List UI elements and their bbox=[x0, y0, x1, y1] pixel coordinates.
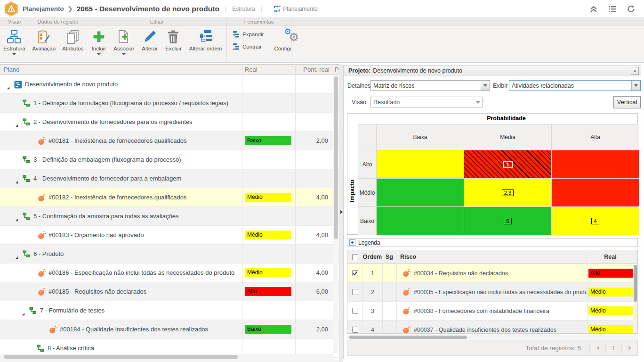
matrix-count-badge: 5 bbox=[504, 218, 511, 224]
column-header-pont-real[interactable]: Pont. real bbox=[295, 65, 330, 75]
ribbon-toolbar: Visão Estrutura Dados do bbox=[0, 18, 644, 63]
dropdown-caret-icon bbox=[97, 53, 101, 55]
risk-table-row[interactable]: 1#00034 - Requisitos não declaradosAlto bbox=[347, 264, 638, 283]
tree-expand-arrow-icon[interactable] bbox=[15, 218, 18, 222]
matrix-cell[interactable] bbox=[377, 207, 464, 235]
breadcrumb-module[interactable]: Planejamento bbox=[23, 5, 64, 12]
incluir-button[interactable]: Incluir bbox=[90, 28, 108, 55]
tree-row[interactable]: #00184 - Qualidade insuficientes dos tes… bbox=[0, 320, 339, 339]
real-cell: Médio bbox=[587, 283, 634, 301]
tree-row[interactable]: 4 - Desenvolvimento de fornecedor para a… bbox=[0, 169, 339, 188]
column-header-sg[interactable]: Sg bbox=[382, 250, 396, 264]
risk-table-horizontal-scrollbar[interactable] bbox=[347, 335, 638, 340]
scrollbar-thumb[interactable] bbox=[4, 355, 238, 359]
legend-expand-button[interactable]: + bbox=[349, 239, 355, 246]
collapse-ribbon-icon[interactable] bbox=[589, 5, 598, 13]
tree-row[interactable]: #00185 - Requisitos não declaradosAlto6,… bbox=[0, 282, 339, 301]
column-header-real[interactable]: Real bbox=[245, 65, 258, 75]
column-header-ordem[interactable]: Ordem bbox=[362, 250, 382, 264]
next-page-button[interactable] bbox=[621, 342, 637, 354]
select-arrow-button[interactable] bbox=[473, 97, 482, 107]
tree-expand-arrow-icon[interactable] bbox=[15, 256, 18, 259]
select-arrow-button[interactable] bbox=[481, 81, 490, 90]
matrix-cell[interactable]: 5 bbox=[464, 207, 551, 235]
list-menu-icon[interactable] bbox=[608, 5, 617, 13]
tree-expand-arrow-icon[interactable] bbox=[15, 181, 18, 184]
detalhes-value: Matriz de riscos bbox=[371, 82, 481, 89]
tree-row[interactable]: #00186 - Especificação não inclui todas … bbox=[0, 263, 339, 282]
matrix-cell[interactable]: 4 bbox=[552, 207, 639, 235]
row-checkbox[interactable] bbox=[347, 264, 362, 282]
tree-row[interactable]: #00182 - Inexistência de fornecedores qu… bbox=[0, 188, 339, 207]
matrix-cell[interactable]: 1 bbox=[464, 150, 551, 178]
tree-row-label: #00184 - Qualidade insuficientes dos tes… bbox=[60, 320, 208, 338]
planning-mode-icon bbox=[274, 5, 281, 12]
matrix-cell[interactable] bbox=[552, 179, 639, 206]
avaliacao-button[interactable]: Avaliação bbox=[30, 28, 57, 51]
related-risks-table: Ordem Sg Risco Real 1#00034 - Requisitos… bbox=[347, 250, 638, 334]
panel-collapse-button[interactable]: » bbox=[631, 67, 639, 75]
row-checkbox[interactable] bbox=[347, 283, 362, 301]
real-cell bbox=[242, 94, 295, 112]
exibir-select[interactable]: Atividades relacionadas bbox=[509, 80, 641, 91]
column-header-plano[interactable]: Plano bbox=[4, 65, 19, 75]
excluir-button[interactable]: Excluir bbox=[163, 28, 184, 51]
atributos-button[interactable]: Atributos bbox=[60, 28, 85, 51]
scrollbar-thumb[interactable] bbox=[334, 76, 338, 239]
tree-vertical-scrollbar[interactable] bbox=[333, 75, 338, 353]
tree-row[interactable]: 1 - Definição da formulação (fluxograma … bbox=[0, 94, 339, 113]
visao-select[interactable]: Resultado bbox=[370, 97, 483, 107]
pont-real-cell: 2,00 bbox=[295, 132, 333, 150]
tree-row[interactable]: #00181 - Inexistência de fornecedores qu… bbox=[0, 132, 339, 150]
contrair-button[interactable]: Contrair bbox=[231, 42, 266, 51]
tree-expand-arrow-icon[interactable] bbox=[15, 124, 18, 127]
tree-row[interactable]: 2 - Desenvolvimento de fornecedores para… bbox=[0, 113, 339, 132]
vertical-button[interactable]: Vertical bbox=[613, 96, 641, 108]
row-checkbox[interactable] bbox=[347, 302, 362, 320]
tree-row[interactable]: 6 - Produto bbox=[0, 245, 339, 263]
column-header-real[interactable]: Real bbox=[587, 250, 634, 264]
current-page-button[interactable]: 1 bbox=[605, 342, 621, 354]
tree-horizontal-scrollbar[interactable] bbox=[0, 354, 333, 360]
tree-row[interactable]: 5 - Confirmação da amostra para todas as… bbox=[0, 207, 339, 226]
matrix-cell[interactable] bbox=[377, 179, 464, 206]
tree-expand-arrow-icon[interactable] bbox=[7, 86, 10, 90]
risco-cell: #00037 - Qualidade insuficientes dos tes… bbox=[396, 321, 587, 334]
alterar-ordem-button[interactable]: Alterar ordem bbox=[187, 28, 224, 51]
alterar-button[interactable]: Alterar bbox=[140, 28, 160, 51]
select-all-checkbox[interactable] bbox=[347, 250, 362, 264]
view-structure-label[interactable]: Estrutura bbox=[232, 6, 255, 12]
associar-button[interactable]: Associar bbox=[112, 28, 136, 55]
panel-splitter[interactable] bbox=[339, 64, 343, 362]
tree-row-label: 7 - Formulário de testes bbox=[40, 301, 105, 320]
tree-row[interactable]: Desenvolvimento de novo produto bbox=[0, 75, 339, 94]
estrutura-button[interactable]: Estrutura bbox=[1, 28, 27, 55]
mode-planejamento[interactable]: Planejamento bbox=[274, 5, 317, 12]
prev-page-button[interactable] bbox=[589, 342, 605, 354]
risk-table-vertical-scrollbar[interactable] bbox=[633, 264, 637, 334]
refresh-icon[interactable] bbox=[627, 5, 636, 13]
scrollbar-thumb[interactable] bbox=[349, 336, 467, 339]
sg-cell bbox=[382, 283, 396, 301]
tree-expand-arrow-icon[interactable] bbox=[22, 313, 25, 316]
tree-row[interactable]: 7 - Formulário de testes bbox=[0, 301, 339, 320]
row-checkbox[interactable] bbox=[347, 321, 362, 334]
risk-table-row[interactable]: 2#00035 - Especificação não inclui todas… bbox=[347, 283, 638, 302]
ribbon-group-editar: Editar Incluir As bbox=[87, 18, 227, 62]
real-cell: Alto bbox=[587, 264, 634, 282]
tree-row[interactable]: 3 - Definição da embalagem (fluxograma d… bbox=[0, 150, 339, 169]
select-arrow-button[interactable] bbox=[631, 81, 640, 90]
risk-table-row[interactable]: 3#00038 - Fornecedores com instabilidade… bbox=[347, 302, 638, 321]
excluir-label: Excluir bbox=[165, 46, 182, 51]
scrollbar-thumb[interactable] bbox=[634, 265, 637, 302]
column-header-extra[interactable]: P bbox=[335, 65, 339, 75]
detalhes-select[interactable]: Matriz de riscos bbox=[370, 80, 490, 91]
matrix-cell[interactable] bbox=[377, 150, 464, 178]
tree-row[interactable]: #00183 - Orçamento não aprovadoMédio4,00 bbox=[0, 226, 339, 245]
risk-table-row[interactable]: 4#00037 - Qualidade insuficientes dos te… bbox=[347, 321, 638, 334]
column-header-risco[interactable]: Risco bbox=[400, 250, 416, 264]
matrix-cell[interactable] bbox=[552, 150, 639, 178]
matrix-cell[interactable]: 2,3 bbox=[464, 179, 551, 206]
expandir-button[interactable]: Expandir bbox=[231, 30, 266, 39]
ordem-cell: 1 bbox=[362, 264, 382, 282]
